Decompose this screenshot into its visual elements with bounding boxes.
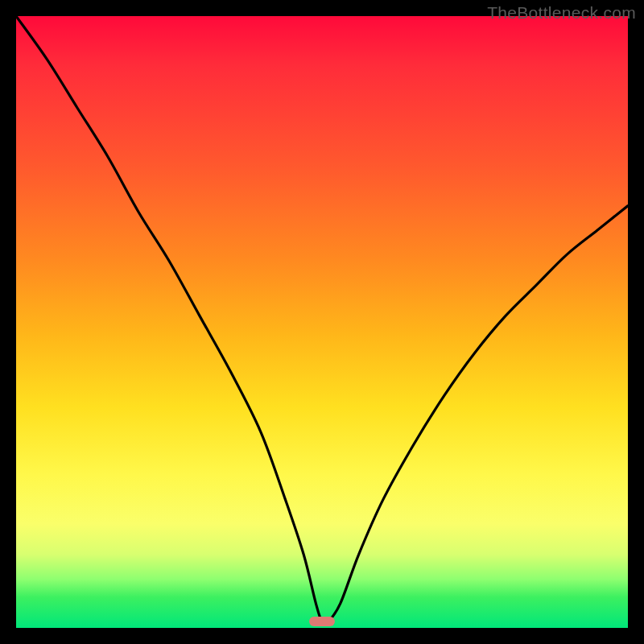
bottleneck-curve — [16, 16, 628, 624]
chart-frame: TheBottleneck.com — [0, 0, 644, 644]
plot-area — [16, 16, 628, 628]
curve-layer — [16, 16, 628, 628]
watermark-text: TheBottleneck.com — [487, 3, 636, 23]
optimal-marker — [309, 617, 335, 626]
